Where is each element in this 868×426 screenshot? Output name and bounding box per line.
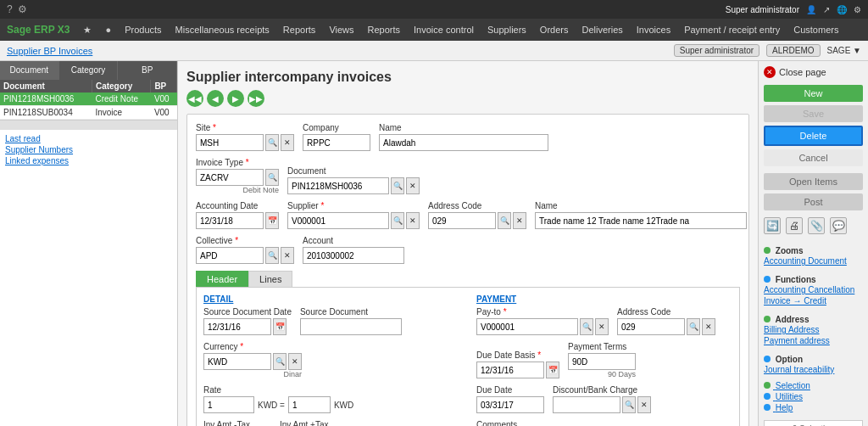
company-input[interactable] — [303, 134, 370, 151]
tab-category[interactable]: Category — [59, 61, 119, 80]
help-icon[interactable]: ? — [7, 3, 13, 15]
rate-value2-input[interactable] — [288, 396, 331, 413]
discount-input[interactable] — [553, 396, 620, 413]
tab-header[interactable]: Header — [196, 271, 248, 287]
globe-icon[interactable]: 🌐 — [837, 5, 847, 14]
nav-next-btn[interactable]: ▶ — [227, 90, 244, 107]
payment-address-code-input[interactable] — [617, 318, 685, 335]
site-clear-icon[interactable]: ✕ — [281, 134, 294, 151]
nav-first-btn[interactable]: ◀◀ — [186, 90, 203, 107]
refresh-icon[interactable]: 🔄 — [764, 217, 781, 234]
nav-circle[interactable]: ● — [105, 25, 111, 35]
breadcrumb-link[interactable]: Supplier BP Invoices — [7, 46, 92, 56]
list-item[interactable]: PIN1218MSH0036Credit NoteV00 — [0, 92, 177, 106]
document-clear[interactable]: ✕ — [406, 177, 420, 194]
journal-traceability-link[interactable]: Journal traceability — [764, 364, 863, 375]
nav-views[interactable]: Views — [329, 25, 353, 35]
open-items-button[interactable]: Open Items — [764, 173, 863, 190]
new-button[interactable]: New — [764, 85, 863, 102]
last-read-link[interactable]: Last read — [0, 133, 177, 144]
print-icon[interactable]: 🖨 — [786, 217, 803, 234]
nav-orders[interactable]: Orders — [540, 25, 569, 35]
nav-reports1[interactable]: Reports — [283, 25, 316, 35]
collective-input[interactable] — [196, 247, 264, 264]
nav-suppliers[interactable]: Suppliers — [487, 25, 526, 35]
supplier-lookup[interactable]: 🔍 — [391, 212, 404, 229]
accounting-date-input[interactable] — [196, 212, 264, 229]
supplier-numbers-link[interactable]: Supplier Numbers — [0, 144, 177, 155]
post-button[interactable]: Post — [764, 193, 863, 210]
invoice-type-input[interactable] — [196, 169, 264, 186]
address-code-input[interactable] — [428, 212, 496, 229]
nav-prev-btn[interactable]: ◀ — [207, 90, 224, 107]
source-doc-date-picker[interactable]: 📅 — [273, 318, 287, 335]
nav-deliveries[interactable]: Deliveries — [581, 25, 622, 35]
due-date-input[interactable] — [476, 396, 544, 413]
accounting-document-link[interactable]: Accounting Document — [764, 255, 863, 266]
collective-lookup[interactable]: 🔍 — [265, 247, 279, 264]
comment-icon[interactable]: 💬 — [830, 217, 847, 234]
payment-address-link[interactable]: Payment address — [764, 335, 863, 346]
pay-to-lookup[interactable]: 🔍 — [580, 318, 593, 335]
payment-address-clear[interactable]: ✕ — [702, 318, 715, 335]
tab-document[interactable]: Document — [0, 61, 59, 80]
nav-misc[interactable]: Miscellaneous receipts — [175, 25, 270, 35]
discount-lookup[interactable]: 🔍 — [622, 396, 636, 413]
sage-label[interactable]: SAGE ▼ — [827, 46, 861, 55]
payment-address-lookup[interactable]: 🔍 — [687, 318, 700, 335]
pay-to-clear[interactable]: ✕ — [595, 318, 609, 335]
currency-lookup[interactable]: 🔍 — [273, 353, 287, 370]
tab-bp[interactable]: BP — [118, 61, 177, 80]
source-doc-date-input[interactable] — [203, 318, 271, 335]
document-lookup[interactable]: 🔍 — [391, 177, 404, 194]
address-code-lookup[interactable]: 🔍 — [498, 212, 511, 229]
nav-customers[interactable]: Customers — [793, 25, 838, 35]
nav-star[interactable]: ★ — [83, 25, 92, 36]
address-code-clear[interactable]: ✕ — [513, 212, 526, 229]
list-item[interactable]: PIN1218SUB0034InvoiceV00 — [0, 106, 177, 120]
nav-payment[interactable]: Payment / receipt entry — [684, 25, 780, 35]
delete-button[interactable]: Delete — [764, 126, 863, 146]
nav-reports2[interactable]: Reports — [368, 25, 401, 35]
cancel-button[interactable]: Cancel — [764, 149, 863, 166]
help-link[interactable]: Help — [764, 402, 863, 413]
nav-invoice-control[interactable]: Invoice control — [414, 25, 474, 35]
supplier-input[interactable] — [287, 212, 389, 229]
currency-input[interactable] — [203, 353, 271, 370]
name-input[interactable] — [379, 134, 548, 151]
utilities-link[interactable]: Utilities — [764, 391, 863, 402]
accounting-cancellation-link[interactable]: Accounting Cancellation — [764, 284, 863, 295]
save-button[interactable]: Save — [764, 105, 863, 122]
tab-lines[interactable]: Lines — [248, 271, 292, 287]
account-input[interactable] — [303, 247, 404, 264]
invoice-type-lookup[interactable]: 🔍 — [265, 169, 279, 186]
site-input[interactable] — [196, 134, 264, 151]
supplier-clear[interactable]: ✕ — [406, 212, 420, 229]
invoice-credit-link[interactable]: Invoice → Credit — [764, 295, 863, 306]
collective-clear[interactable]: ✕ — [281, 247, 294, 264]
rate-input[interactable] — [203, 396, 254, 413]
info-icon[interactable]: ⚙ — [18, 3, 27, 15]
source-doc-input[interactable] — [300, 318, 402, 335]
close-page-btn[interactable]: ✕ Close page — [764, 66, 863, 78]
name2-input[interactable] — [535, 212, 747, 229]
linked-expenses-link[interactable]: Linked expenses — [0, 155, 177, 166]
billing-address-link[interactable]: Billing Address — [764, 324, 863, 335]
scroll-bar[interactable] — [0, 120, 177, 130]
nav-invoices[interactable]: Invoices — [637, 25, 670, 35]
due-date-basis-picker[interactable]: 📅 — [546, 362, 559, 378]
due-date-basis-input[interactable] — [476, 362, 544, 378]
nav-last-btn[interactable]: ▶▶ — [248, 90, 264, 107]
currency-clear[interactable]: ✕ — [288, 353, 302, 370]
payment-terms-input[interactable] — [568, 353, 636, 370]
site-lookup-icon[interactable]: 🔍 — [265, 134, 279, 151]
pay-to-input[interactable] — [476, 318, 578, 335]
document-input[interactable] — [287, 177, 389, 194]
logout-icon[interactable]: ↗ — [823, 5, 830, 14]
attach-icon[interactable]: 📎 — [808, 217, 825, 234]
discount-clear[interactable]: ✕ — [637, 396, 651, 413]
accounting-date-picker[interactable]: 📅 — [265, 212, 279, 229]
settings-icon[interactable]: ⚙ — [854, 5, 861, 14]
nav-products[interactable]: Products — [125, 25, 161, 35]
selection-link[interactable]: Selection — [764, 380, 863, 391]
